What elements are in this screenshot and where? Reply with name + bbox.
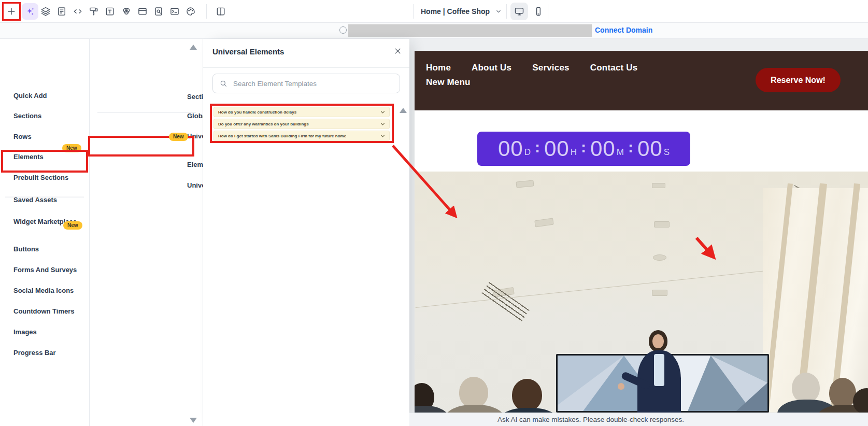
- search-icon: [219, 79, 227, 88]
- ceiling-vent: [534, 218, 553, 228]
- split-columns-icon: [216, 6, 226, 17]
- status-circle-icon: [339, 26, 347, 34]
- audience-head: [459, 377, 488, 408]
- panel-header-divider: [203, 67, 409, 68]
- add-widget-button[interactable]: [3, 3, 20, 20]
- sidebar-item-rows[interactable]: Rows: [13, 132, 32, 142]
- sidebar-item-buttons[interactable]: Buttons: [13, 244, 39, 254]
- site-url-redacted: [348, 24, 592, 37]
- page-selector-label: Home | Coffee Shop: [421, 7, 490, 16]
- ceiling-vent: [654, 221, 670, 228]
- sparkles-icon: [25, 6, 35, 17]
- accordion-item-label: How do you handle construction delays: [218, 110, 380, 115]
- desktop-view-button[interactable]: [510, 3, 528, 20]
- chevron-down-icon: [380, 110, 385, 114]
- site-nav: Home About Us Services Contact Us New Me…: [426, 62, 664, 88]
- accordion-item-label: How do I get started with Sams Building …: [218, 134, 380, 138]
- mobile-view-button[interactable]: [530, 3, 547, 20]
- sidebar-item-countdown-timers[interactable]: Countdown Timers: [13, 306, 74, 317]
- audience-shoulders: [497, 408, 560, 413]
- ceiling-vent: [652, 290, 667, 296]
- split-view-button[interactable]: [212, 3, 229, 20]
- content-button[interactable]: [53, 3, 70, 20]
- nav-link-about-us[interactable]: About Us: [472, 62, 511, 73]
- reserve-now-button[interactable]: Reserve Now!: [756, 68, 841, 92]
- nav-link-home[interactable]: Home: [426, 62, 451, 73]
- accordion-item-label: Do you offer any warranties on your buil…: [218, 122, 380, 126]
- accordion-item-3[interactable]: How do I get started with Sams Building …: [214, 131, 390, 141]
- sidebar-item-social-media-icons[interactable]: Social Media Icons: [13, 286, 74, 296]
- audience-shoulders: [415, 406, 450, 413]
- countdown-minutes: 00: [590, 138, 616, 160]
- presenter-shirt: [654, 354, 664, 386]
- code-icon: [73, 6, 83, 17]
- nav-link-services[interactable]: Services: [532, 62, 570, 73]
- sidebar-item-quick-add[interactable]: Quick Add: [13, 91, 47, 101]
- audience-head: [512, 379, 542, 411]
- accordion-item-1[interactable]: How do you handle construction delays: [214, 107, 390, 117]
- scroll-up-arrow[interactable]: [400, 108, 407, 113]
- mobile-icon: [533, 6, 544, 17]
- countdown-colon: :: [535, 138, 540, 156]
- element-search[interactable]: [212, 74, 400, 93]
- wall-edge: [416, 270, 771, 308]
- text-button[interactable]: [102, 3, 118, 20]
- accordion-item-2[interactable]: Do you offer any warranties on your buil…: [214, 119, 390, 129]
- browser-card-icon: [137, 6, 148, 17]
- top-toolbar: Home | Coffee Shop: [0, 0, 868, 23]
- page-search-button[interactable]: [150, 3, 167, 20]
- nav-link-new-menu[interactable]: New Menu: [426, 77, 471, 88]
- widgets-sidebar: Quick Add Sections Rows Elements Prebuil…: [0, 39, 90, 426]
- sidebar-item-forms-and-surveys[interactable]: Forms And Surveys: [13, 265, 77, 275]
- presenter-face: [652, 334, 664, 348]
- search-input[interactable]: [232, 79, 393, 88]
- templates-panel: Section Templates Global Sections Univer…: [90, 39, 203, 426]
- site-hero-photo: [415, 172, 868, 413]
- palette-icon: [186, 6, 196, 17]
- design-button[interactable]: [86, 3, 102, 20]
- sidebar-item-images[interactable]: Images: [13, 327, 37, 337]
- blend-button[interactable]: [118, 3, 135, 20]
- audience-shoulders: [445, 405, 505, 413]
- sidebar-item-prebuilt-sections[interactable]: Prebuilt Sections: [13, 173, 68, 183]
- panel-divider: [97, 112, 196, 113]
- scroll-up-arrow[interactable]: [190, 45, 197, 50]
- ceiling-vent: [652, 183, 665, 188]
- page-selector[interactable]: Home | Coffee Shop: [421, 0, 502, 23]
- sidebar-divider: [5, 197, 84, 197]
- layers-icon: [40, 6, 51, 17]
- sidebar-item-elements[interactable]: Elements: [13, 152, 44, 162]
- site-builder-app: Home | Coffee Shop Connect Domain Quick …: [0, 0, 868, 426]
- sidebar-item-sections[interactable]: Sections: [13, 111, 41, 121]
- toolbar-divider: [548, 4, 548, 19]
- document-search-icon: [153, 6, 164, 17]
- scroll-down-arrow[interactable]: [190, 418, 197, 423]
- sidebar-divider: [5, 196, 84, 196]
- layers-button[interactable]: [37, 3, 54, 20]
- chevron-down-icon: [380, 122, 385, 126]
- sidebar-item-progress-bar[interactable]: Progress Bar: [13, 348, 56, 358]
- ceiling-vent: [516, 180, 534, 188]
- chevron-down-icon: [495, 8, 502, 15]
- blend-shapes-icon: [121, 6, 132, 17]
- countdown-seconds: 00: [637, 138, 663, 160]
- close-button[interactable]: [394, 47, 404, 58]
- sidebar-item-saved-assets[interactable]: Saved Assets: [13, 195, 57, 205]
- toolbar-divider: [206, 4, 207, 19]
- terminal-icon: [169, 6, 180, 17]
- theme-button[interactable]: [182, 3, 199, 20]
- ai-assistant-button[interactable]: [22, 3, 38, 20]
- plus-icon: [6, 6, 17, 17]
- close-icon: [394, 47, 402, 55]
- connect-domain-link[interactable]: Connect Domain: [595, 26, 652, 34]
- countdown-timer: 00D : 00H : 00M : 00S: [477, 132, 690, 166]
- terminal-button[interactable]: [166, 3, 183, 20]
- ai-disclaimer-text: Ask AI can make mistakes. Please double-…: [409, 416, 772, 423]
- code-button[interactable]: [69, 3, 86, 20]
- ai-disclaimer-bar: Ask AI can make mistakes. Please double-…: [409, 413, 868, 426]
- chevron-down-icon: [380, 134, 385, 138]
- nav-link-contact-us[interactable]: Contact Us: [590, 62, 638, 73]
- countdown-hours: 00: [544, 138, 570, 160]
- countdown-colon: :: [628, 138, 633, 156]
- card-button[interactable]: [134, 3, 151, 20]
